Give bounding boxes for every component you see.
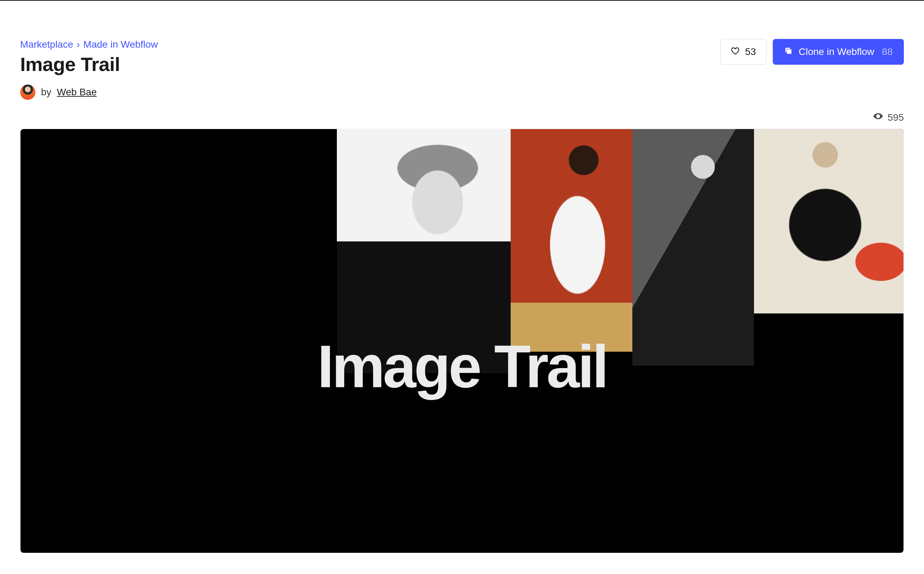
trail-image-3: [632, 129, 754, 366]
views-row: 595: [20, 111, 904, 124]
project-preview[interactable]: Image Trail: [20, 129, 904, 553]
like-count: 53: [745, 46, 756, 57]
clone-icon: [784, 46, 793, 58]
author-avatar[interactable]: [20, 85, 35, 100]
trail-image-2: [511, 129, 632, 352]
trail-image-4: [754, 129, 904, 314]
breadcrumb: Marketplace › Made in Webflow: [20, 39, 158, 50]
byline-prefix: by: [41, 87, 52, 98]
breadcrumb-made-in-webflow[interactable]: Made in Webflow: [83, 39, 158, 50]
header-actions: 53 Clone in Webflow 88: [720, 39, 904, 65]
view-count: 595: [888, 112, 904, 123]
clone-button[interactable]: Clone in Webflow 88: [773, 39, 904, 65]
clone-count: 88: [882, 46, 893, 57]
heart-icon: [731, 46, 740, 58]
eye-icon: [873, 111, 883, 124]
byline: by Web Bae: [20, 85, 158, 100]
breadcrumb-marketplace[interactable]: Marketplace: [20, 39, 73, 50]
author-link[interactable]: Web Bae: [57, 87, 97, 98]
like-button[interactable]: 53: [720, 39, 767, 65]
clone-label: Clone in Webflow: [798, 46, 874, 57]
breadcrumb-separator: ›: [77, 39, 80, 50]
hero-overlay-title: Image Trail: [317, 332, 607, 401]
page-title: Image Trail: [20, 53, 158, 76]
